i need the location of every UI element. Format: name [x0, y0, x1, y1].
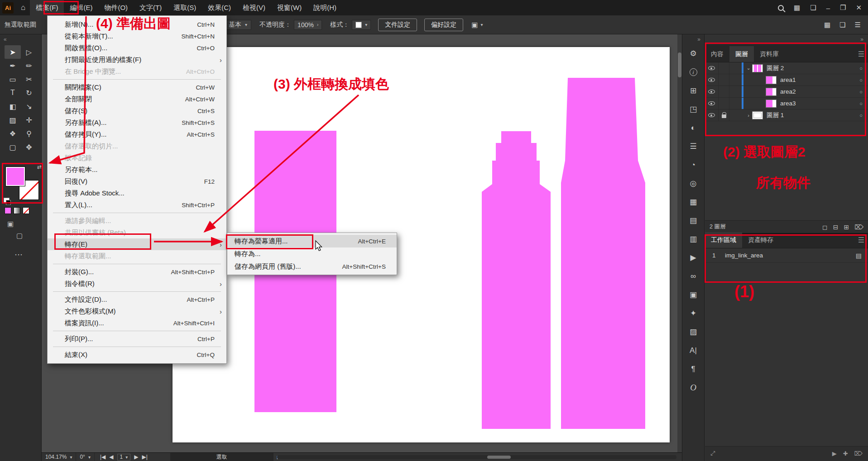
panel-flyout-menu-icon[interactable]: ☰: [854, 50, 868, 62]
menu-type[interactable]: 文字(T): [134, 0, 168, 15]
default-fill-stroke-icon[interactable]: [4, 198, 10, 204]
draw-mode-icon[interactable]: ▣: [7, 220, 14, 228]
selection-tool[interactable]: ➤: [5, 45, 21, 59]
chevron-down-icon[interactable]: ⌄: [745, 65, 752, 71]
scale-preview-icon[interactable]: ⤢: [710, 450, 715, 457]
chevron-right-icon[interactable]: ›: [745, 113, 752, 118]
tab-artboards[interactable]: 工作區域: [705, 232, 742, 248]
make-mask-icon[interactable]: ◻: [822, 223, 828, 231]
menu-effect[interactable]: 效果(C): [202, 0, 237, 15]
target-panel-icon[interactable]: ◎: [682, 174, 704, 193]
menu-item-open-recent[interactable]: 打開最近使用過的檔案(F)›: [48, 54, 226, 66]
object-name[interactable]: area3: [780, 100, 796, 107]
minimize-icon[interactable]: –: [826, 4, 830, 12]
target-circle-icon[interactable]: ○: [859, 113, 863, 118]
horizontal-scrollbar-thumb[interactable]: [487, 456, 511, 459]
artboards-panel-icon[interactable]: ◳: [682, 100, 704, 119]
swatches-panel-icon[interactable]: ▦: [682, 193, 704, 211]
menu-lines-panel-icon[interactable]: ☰: [682, 137, 704, 156]
layer-row-area1[interactable]: ⌄ area1 ○: [705, 74, 868, 86]
rotation-dropdown[interactable]: 0°▾: [76, 453, 95, 461]
home-icon[interactable]: ⌂: [16, 3, 30, 12]
tab-layers[interactable]: 圖層: [729, 46, 754, 62]
character-panel-icon[interactable]: A|: [682, 341, 704, 360]
layer-name[interactable]: 圖層 1: [767, 111, 784, 119]
transform-panel-icon[interactable]: ⊞: [682, 81, 704, 100]
style-dropdown[interactable]: ▾: [352, 20, 371, 30]
object-thumbnail[interactable]: [766, 100, 777, 108]
paragraph-panel-icon[interactable]: ¶: [682, 360, 704, 378]
export-panel-icon[interactable]: ▣: [682, 285, 704, 304]
lock-toggle[interactable]: [719, 86, 729, 97]
menu-item-close[interactable]: 關閉檔案(C)Ctrl+W: [48, 81, 226, 93]
artboard-number-dropdown[interactable]: 1▾: [117, 454, 131, 461]
menu-item-save[interactable]: 儲存(S)Ctrl+S: [48, 105, 226, 117]
gradient-tool[interactable]: ▨: [5, 113, 21, 127]
object-name[interactable]: area1: [780, 76, 796, 83]
lock-toggle[interactable]: [719, 98, 729, 109]
menu-item-print[interactable]: 列印(P)...Ctrl+P: [48, 333, 226, 345]
edit-toolbar-icon[interactable]: ⋯: [14, 250, 23, 260]
columns-panel-icon[interactable]: ▥: [682, 230, 704, 248]
lock-toggle[interactable]: [719, 109, 729, 121]
dock-icon[interactable]: ❏: [839, 21, 845, 29]
tab-asset-export[interactable]: 資產轉存: [742, 232, 779, 248]
gradient-mode-button[interactable]: [14, 207, 20, 214]
rectangle-tool[interactable]: ▭: [5, 72, 21, 86]
menu-item-export-as[interactable]: 轉存為...: [227, 247, 397, 260]
magenta-bottle-shape-small[interactable]: [482, 131, 551, 429]
menu-item-document-setup[interactable]: 文件設定(D)...Alt+Ctrl+P: [48, 294, 226, 305]
menu-item-place[interactable]: 置入(L)...Shift+Ctrl+P: [48, 199, 226, 211]
visibility-toggle[interactable]: [705, 98, 719, 109]
search-icon[interactable]: [778, 5, 784, 11]
gear-panel-icon[interactable]: ⚙: [682, 44, 704, 63]
layer-thumbnail[interactable]: [752, 111, 763, 119]
menu-item-scripts[interactable]: 指令檔(R)›: [48, 278, 226, 290]
symbols-panel-icon[interactable]: ∞: [682, 267, 704, 285]
zoom-level-dropdown[interactable]: 104.17%▾: [42, 453, 76, 461]
new-layer-icon[interactable]: ⊞: [844, 223, 849, 231]
zoom-tool[interactable]: ⚲: [21, 127, 37, 140]
type-tool[interactable]: T: [5, 86, 21, 100]
horizontal-scrollbar[interactable]: [277, 455, 676, 459]
graphic-styles-panel-icon[interactable]: ▤: [682, 211, 704, 230]
menu-item-export[interactable]: 轉存(E)›: [48, 238, 226, 250]
menu-edit[interactable]: 編輯(E): [64, 0, 98, 15]
target-circle-icon[interactable]: ○: [859, 66, 863, 71]
target-circle-icon[interactable]: ○: [859, 77, 863, 83]
tab-properties[interactable]: 內容: [705, 46, 729, 62]
collapse-panels-icon[interactable]: »: [860, 36, 863, 43]
appearance-panel-icon[interactable]: ◐: [682, 119, 704, 137]
arrange-icon[interactable]: ▦: [824, 21, 830, 29]
lock-toggle[interactable]: [719, 62, 729, 74]
layer-row-layer2[interactable]: ⌄ 圖層 2 ○: [705, 62, 868, 74]
next-artboard-icon[interactable]: ▶: [134, 454, 138, 460]
menu-file[interactable]: 檔案(F): [30, 0, 64, 15]
eyedropper-tool[interactable]: ✛: [21, 113, 37, 127]
target-circle-icon[interactable]: ○: [859, 89, 863, 95]
vertical-scrollbar-thumb[interactable]: [678, 52, 681, 77]
collapse-toolbar-icon[interactable]: «: [4, 36, 7, 43]
color-panel-icon[interactable]: ◔: [682, 156, 704, 174]
rotate-tool[interactable]: ↻: [21, 86, 37, 100]
object-thumbnail[interactable]: [766, 76, 777, 84]
expand-panels-icon[interactable]: »: [697, 36, 700, 43]
panel-flyout-menu-icon[interactable]: ☰: [854, 236, 868, 248]
delete-layer-icon[interactable]: ⌦: [854, 223, 863, 231]
layer-row-area3[interactable]: ⌄ area3 ○: [705, 98, 868, 109]
gradient-panel-icon[interactable]: ▨: [682, 323, 704, 341]
screen-mode-icon[interactable]: ▢: [16, 232, 23, 240]
menu-view[interactable]: 檢視(V): [237, 0, 271, 15]
menu-object[interactable]: 物件(O): [98, 0, 134, 15]
menu-item-close-all[interactable]: 全部關閉Alt+Ctrl+W: [48, 93, 226, 105]
delete-artboard-icon[interactable]: ⌦: [854, 450, 863, 457]
menu-item-exit[interactable]: 結束(X)Ctrl+Q: [48, 349, 226, 361]
new-artboard-icon[interactable]: ✚: [843, 450, 848, 457]
lock-toggle[interactable]: [719, 74, 729, 86]
pen-tool[interactable]: ✒: [5, 59, 21, 72]
menu-item-save-as[interactable]: 另存新檔(A)...Shift+Ctrl+S: [48, 117, 226, 128]
effects-panel-icon[interactable]: ✦: [682, 304, 704, 323]
workspace-grid-icon[interactable]: ▦: [794, 4, 800, 12]
pencil-tool[interactable]: ✏: [21, 59, 37, 72]
menu-item-save-for-web-legacy[interactable]: 儲存為網頁用 (舊版)...Alt+Shift+Ctrl+S: [227, 260, 397, 273]
